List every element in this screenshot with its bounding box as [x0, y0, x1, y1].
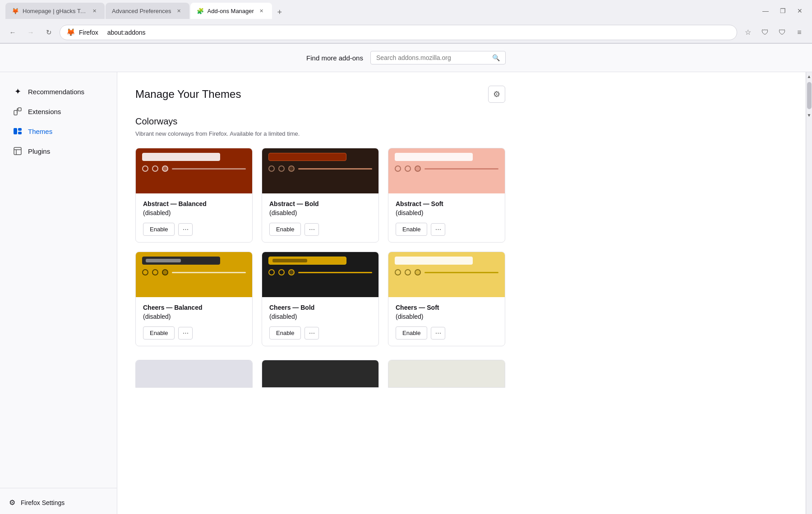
themes-icon — [13, 126, 23, 136]
shield-button[interactable]: 🛡 — [775, 25, 789, 40]
find-addons-bar: Find more add-ons 🔍 — [0, 44, 812, 72]
sidebar-item-recommendations[interactable]: ✦ Recommendations — [4, 82, 113, 101]
settings-label: Firefox Settings — [21, 499, 65, 506]
browser-scrollbar[interactable]: ▲ ▼ — [806, 72, 812, 514]
theme-preview-abstract-soft — [388, 148, 505, 193]
theme-name-cheers-soft: Cheers — Soft(disabled) — [396, 303, 498, 321]
more-button-abstract-soft[interactable]: ··· — [431, 223, 445, 236]
tab-title-homepage: Homepage | gHacks Technolog... — [23, 8, 87, 14]
title-bar: 🦊 Homepage | gHacks Technolog... ✕ Advan… — [0, 0, 812, 22]
svg-rect-5 — [14, 147, 21, 155]
theme-actions-abstract-balanced: Enable ··· — [143, 223, 245, 236]
manage-gear-button[interactable]: ⚙ — [488, 86, 505, 103]
firefox-logo-icon: 🦊 — [66, 28, 75, 37]
url-separator — [102, 29, 104, 36]
svg-rect-3 — [18, 128, 22, 131]
content-area[interactable]: Manage Your Themes ⚙ Colorways Vibrant n… — [117, 72, 806, 514]
settings-icon: ⚙ — [9, 498, 15, 507]
window-controls: — ❐ ✕ — [759, 4, 807, 18]
maximize-button[interactable]: ❐ — [776, 4, 789, 18]
tab-close-homepage[interactable]: ✕ — [90, 7, 98, 15]
back-button[interactable]: ← — [5, 25, 20, 40]
enable-button-abstract-balanced[interactable]: Enable — [143, 223, 175, 236]
colorways-description: Vibrant new colorways from Firefox. Avai… — [135, 130, 505, 137]
theme-name-cheers-bold: Cheers — Bold(disabled) — [269, 303, 371, 321]
tab-close-addons[interactable]: ✕ — [258, 7, 266, 15]
search-icon: 🔍 — [492, 54, 500, 61]
sidebar-item-extensions[interactable]: Extensions — [4, 102, 113, 121]
theme-info-abstract-balanced: Abstract — Balanced(disabled) Enable ··· — [136, 193, 252, 242]
sidebar-label-extensions: Extensions — [28, 108, 61, 115]
svg-rect-2 — [14, 128, 17, 134]
minimize-button[interactable]: — — [759, 4, 772, 18]
theme-info-cheers-soft: Cheers — Soft(disabled) Enable ··· — [388, 297, 505, 346]
sidebar-item-firefox-settings[interactable]: ⚙ Firefox Settings — [4, 494, 113, 511]
page-title: Manage Your Themes — [135, 88, 241, 101]
extensions-icon — [13, 106, 23, 116]
tab-title-advanced: Advanced Preferences — [112, 8, 171, 14]
theme-name-abstract-bold: Abstract — Bold(disabled) — [269, 200, 371, 217]
theme-card-abstract-balanced: Abstract — Balanced(disabled) Enable ··· — [135, 148, 253, 243]
theme-preview-cheers-balanced — [136, 252, 252, 297]
tab-close-advanced[interactable]: ✕ — [175, 7, 183, 15]
sidebar-label-themes: Themes — [28, 128, 52, 135]
sidebar-label-plugins: Plugins — [28, 147, 50, 155]
forward-button[interactable]: → — [23, 25, 38, 40]
enable-button-cheers-bold[interactable]: Enable — [269, 326, 301, 340]
svg-rect-0 — [14, 110, 17, 115]
menu-button[interactable]: ≡ — [792, 25, 807, 40]
close-button[interactable]: ✕ — [793, 4, 807, 18]
theme-card-partial-2 — [262, 360, 379, 388]
more-button-abstract-bold[interactable]: ··· — [304, 223, 319, 236]
theme-card-cheers-bold: Cheers — Bold(disabled) Enable ··· — [262, 252, 379, 346]
tab-title-addons: Add-ons Manager — [208, 8, 254, 14]
sidebar-item-addons-support[interactable]: ? Add-ons Support — [4, 511, 113, 514]
tab-homepage[interactable]: 🦊 Homepage | gHacks Technolog... ✕ — [5, 3, 105, 19]
browser-chrome: 🦊 Homepage | gHacks Technolog... ✕ Advan… — [0, 0, 812, 44]
url-bar[interactable]: 🦊 Firefox about:addons — [60, 25, 737, 40]
reload-button[interactable]: ↻ — [42, 25, 56, 40]
enable-button-abstract-bold[interactable]: Enable — [269, 223, 301, 236]
svg-rect-4 — [18, 132, 22, 134]
sidebar-item-themes[interactable]: Themes — [4, 122, 113, 141]
theme-actions-cheers-bold: Enable ··· — [269, 326, 371, 340]
theme-grid: Abstract — Balanced(disabled) Enable ··· — [135, 148, 505, 346]
theme-card-partial-1 — [135, 360, 253, 388]
more-button-cheers-bold[interactable]: ··· — [304, 327, 319, 340]
sidebar: ✦ Recommendations Extensions — [0, 72, 117, 514]
enable-button-abstract-soft[interactable]: Enable — [396, 223, 427, 236]
colorways-title: Colorways — [135, 116, 505, 127]
new-tab-button[interactable]: + — [273, 5, 286, 19]
theme-info-cheers-bold: Cheers — Bold(disabled) Enable ··· — [262, 297, 378, 346]
scrollbar-up-arrow[interactable]: ▲ — [806, 72, 812, 80]
addon-search-box[interactable]: 🔍 — [370, 51, 506, 64]
more-button-abstract-balanced[interactable]: ··· — [178, 223, 193, 236]
more-button-cheers-soft[interactable]: ··· — [431, 327, 445, 340]
tab-addons-manager[interactable]: 🧩 Add-ons Manager ✕ — [190, 3, 272, 19]
toolbar-actions: ☆ 🛡 🛡 ≡ — [741, 25, 807, 40]
theme-info-cheers-balanced: Cheers — Balanced(disabled) Enable ··· — [136, 297, 252, 346]
addon-search-input[interactable] — [376, 54, 489, 61]
scrollbar-thumb[interactable] — [807, 82, 812, 109]
theme-card-partial-3 — [388, 360, 505, 388]
tab-bar: 🦊 Homepage | gHacks Technolog... ✕ Advan… — [5, 3, 759, 19]
pocket-button[interactable]: 🛡 — [758, 25, 772, 40]
bookmark-button[interactable]: ☆ — [741, 25, 755, 40]
tab-favicon-homepage: 🦊 — [12, 7, 19, 14]
recommendations-icon: ✦ — [13, 87, 23, 96]
scrollbar-down-arrow[interactable]: ▼ — [806, 111, 812, 119]
theme-actions-cheers-balanced: Enable ··· — [143, 326, 245, 340]
tab-advanced-preferences[interactable]: Advanced Preferences ✕ — [106, 3, 189, 19]
theme-card-abstract-bold: Abstract — Bold(disabled) Enable ··· — [262, 148, 379, 243]
theme-actions-abstract-bold: Enable ··· — [269, 223, 371, 236]
enable-button-cheers-balanced[interactable]: Enable — [143, 326, 175, 340]
theme-card-cheers-balanced: Cheers — Balanced(disabled) Enable ··· — [135, 252, 253, 346]
plugins-icon — [13, 146, 23, 156]
theme-info-abstract-soft: Abstract — Soft(disabled) Enable ··· — [388, 193, 505, 242]
theme-grid-row3 — [135, 360, 505, 388]
more-button-cheers-balanced[interactable]: ··· — [178, 327, 193, 340]
content-header: Manage Your Themes ⚙ — [135, 86, 505, 103]
enable-button-cheers-soft[interactable]: Enable — [396, 326, 427, 340]
sidebar-item-plugins[interactable]: Plugins — [4, 142, 113, 161]
theme-info-abstract-bold: Abstract — Bold(disabled) Enable ··· — [262, 193, 378, 242]
